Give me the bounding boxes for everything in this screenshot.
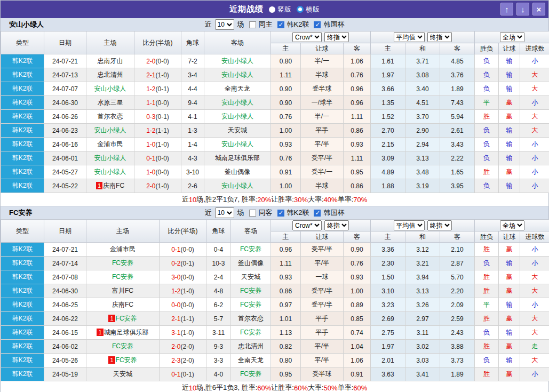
handicap-away-odds-cell-value: 1.04 [351,343,363,350]
vertical-layout-radio[interactable]: 竖版 [269,5,291,14]
handicap-result-cell: 赢 [499,243,520,257]
recent-count-select[interactable]: 10 [215,19,234,30]
fulltime-score: 0-3 [146,113,155,121]
avg-home-odds-cell-value: 4.89 [381,169,394,176]
result-cell-value: 负 [483,140,490,148]
home-team-cell: FC安养 [86,257,160,270]
score-cell: 0-2(0-1) [160,257,206,270]
avg-draw-odds-cell-value: 3.11 [417,329,428,337]
sub-header-goals-result: 进球数 [520,231,549,243]
horizontal-layout-radio[interactable]: 横版 [297,5,320,14]
avg-away-odds-cell: 2.59 [440,312,475,326]
handicap-line-cell: 一/球半 [301,96,344,110]
recent-count-select[interactable]: 10 [215,207,234,218]
final-odds-select[interactable]: 终指 [324,32,349,42]
avg-away-odds-cell: 2.09 [440,298,475,312]
goals-result-cell-value: 小 [532,99,538,106]
corner-cell: 3-3 [206,354,231,367]
home-team-name: 庆南FC [112,301,133,308]
same-venue-checkbox[interactable] [249,21,256,28]
home-team-name: 安山小绿人 [94,85,126,92]
away-team-cell: 釜山偶像 [204,165,271,179]
away-team-name: 安山小绿人 [221,140,253,148]
handicap-away-odds-cell-value: 0.85 [351,315,363,323]
match-date-label: 24-07-08 [52,274,78,281]
move-down-button[interactable]: ↓ [516,3,529,15]
full-match-select[interactable]: 全场 [500,220,524,230]
result-cell: 负 [475,124,499,138]
handicap-away-odds-cell: 0.95 [344,165,371,179]
radio-selected-icon[interactable] [297,6,304,13]
corner-column-header: 角球 [206,220,231,243]
league-checkbox[interactable] [277,210,284,217]
cup-checkbox[interactable] [314,21,321,28]
handicap-result-cell-value: 输 [506,71,513,78]
match-date-label: 24-06-02 [52,343,78,350]
match-date-label: 24-06-15 [52,329,78,337]
full-match-select[interactable]: 全场 [500,32,524,42]
same-venue-label: 同客 [259,208,273,218]
avg-home-odds-cell: 1.97 [371,340,405,354]
same-venue-checkbox[interactable] [249,210,256,217]
home-team-cell: 忠南牙山 [86,54,134,68]
home-team-name: 庆南FC [103,182,124,189]
result-cell-value: 胜 [483,342,490,350]
match-date-cell: 24-05-22 [44,179,86,193]
handicap-home-odds-cell-value: 0.96 [280,246,292,253]
handicap-home-odds-cell-value: 1.00 [280,127,292,134]
odds-provider-select[interactable]: Crow* [292,220,322,230]
goals-result-cell-value: 小 [532,168,538,175]
close-button[interactable]: × [532,3,545,15]
stats-text: 60% [257,384,271,392]
average-odds-select[interactable]: 平均值 [394,32,425,42]
corner-count: 4-4 [188,85,197,93]
league-type-label: 韩K2联 [12,126,33,134]
handicap-home-odds-cell: 1.11 [271,257,301,270]
result-cell-value: 胜 [483,370,490,378]
match-row: 韩K2联24-07-14FC安养0-2(0-1)10-3釜山偶像1.11平/半0… [1,257,549,270]
handicap-away-odds-cell: 0.76 [344,68,371,82]
stats-text: 40% [324,196,338,204]
halftime-score: (1-1) [181,315,194,323]
move-up-button[interactable]: ↑ [500,3,513,15]
sub-header-avg-away: 客 [440,43,475,54]
result-cell-value: 负 [483,126,490,134]
fulltime-score: 1-2 [171,287,180,295]
avg-home-odds-cell: 1.50 [371,270,405,284]
result-cell: 胜 [475,243,499,257]
stats-text: 让胜率: [271,195,294,204]
radio-icon[interactable] [269,6,275,13]
home-team-cell: 金浦市民 [86,138,134,151]
goals-result-cell-value: 小 [532,370,538,378]
stats-text: 近 [182,195,189,204]
stats-text: 60% [353,384,367,392]
halftime-score: (1-0) [181,329,194,337]
cup-checkbox[interactable] [314,210,321,217]
avg-away-odds-cell-value: 3.76 [451,71,463,79]
halftime-score: (0-0) [156,58,169,65]
handicap-result-cell: 输 [499,257,520,270]
match-row: 韩K2联24-07-13忠北清州2-1(1-0)3-4安山小绿人1.11半球0.… [1,68,549,82]
odds-provider-select[interactable]: Crow* [292,32,322,42]
away-team-name: FC安养 [240,370,261,378]
avg-draw-odds-cell: 3.03 [405,354,440,367]
handicap-line-cell-value: 平手 [316,126,329,134]
average-odds-select[interactable]: 平均值 [394,220,425,230]
result-cell: 胜 [475,110,499,124]
handicap-away-odds-cell-value: 0.91 [351,371,363,378]
handicap-home-odds-cell: 0.97 [271,298,301,312]
avg-away-odds-cell: 1.89 [440,367,475,381]
final-odds-select-2[interactable]: 终指 [427,220,452,230]
handicap-line-cell: 平手 [301,326,344,340]
final-odds-select[interactable]: 终指 [324,220,349,230]
final-odds-select-2[interactable]: 终指 [427,32,452,42]
goals-result-cell: 小 [520,165,549,179]
league-checkbox[interactable] [277,21,284,28]
home-team-name: FC安养 [112,259,133,267]
sub-header-let-away: 客 [344,231,371,243]
avg-draw-odds-cell-value: 2.94 [416,141,428,148]
avg-away-odds-cell-value: 2.87 [451,260,463,267]
match-date-cell: 24-05-19 [44,367,86,381]
handicap-result-cell: 输 [499,151,520,165]
home-team-cell: FC安养 [86,270,160,284]
